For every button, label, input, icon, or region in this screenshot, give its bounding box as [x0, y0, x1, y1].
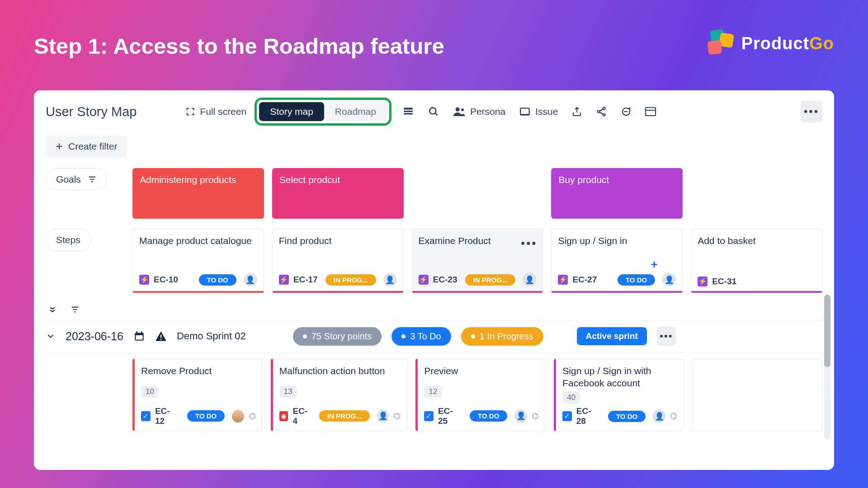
- collapse-bar: [34, 299, 834, 320]
- story-type-icon: ✓: [562, 411, 572, 421]
- brand-tiles-icon: [706, 30, 735, 57]
- goal-card[interactable]: Administering products: [132, 168, 264, 219]
- persona-icon: [453, 106, 466, 117]
- tab-story-map[interactable]: Story map: [259, 102, 324, 121]
- step-title: Sign up / Sign in: [558, 235, 676, 246]
- plus-icon: [55, 142, 64, 151]
- story-type-icon: ✓: [141, 411, 151, 421]
- story-points: 40: [562, 392, 580, 404]
- sprint-header: 2023-06-16 Demo Sprint 02 75 Story point…: [34, 320, 834, 352]
- filter-icon[interactable]: [88, 176, 96, 183]
- goal-title: Buy product: [558, 174, 609, 185]
- sprint-name: Demo Sprint 02: [177, 330, 246, 342]
- story-card[interactable]: Remove Product 10 ✓ EC-12 TO DO ⌬: [132, 359, 263, 431]
- story-card[interactable]: Sign up / Sign in with Facebook account …: [554, 359, 684, 431]
- vertical-scrollbar[interactable]: [824, 295, 830, 439]
- fullscreen-icon: [185, 107, 195, 117]
- steps-lane-label[interactable]: Steps: [46, 229, 91, 251]
- step-card[interactable]: Add to basket ⚡ EC-31: [691, 229, 822, 293]
- goals-lane: Goals Administering products Select prod…: [46, 168, 822, 219]
- step-title: Manage product catalogue: [139, 235, 257, 246]
- persona-button[interactable]: Persona: [453, 106, 505, 117]
- assignee-icon[interactable]: 👤: [523, 273, 536, 286]
- add-step-icon[interactable]: +: [651, 258, 658, 272]
- subtasks-icon[interactable]: ⌬: [670, 411, 677, 421]
- story-card[interactable]: Preview 12 ✓ EC-25 TO DO 👤 ⌬: [415, 359, 546, 431]
- goal-title: Administering products: [140, 174, 236, 185]
- lanes-icon[interactable]: [402, 106, 414, 117]
- step-title: Add to basket: [698, 235, 816, 246]
- issue-key: EC-25: [438, 406, 461, 426]
- story-type-icon: ✓: [424, 411, 434, 421]
- status-pill: TO DO: [470, 410, 507, 422]
- inprogress-chip: 1 In Progress: [461, 327, 543, 346]
- sprint-body: Remove Product 10 ✓ EC-12 TO DO ⌬ Malfun…: [34, 352, 834, 437]
- goal-card[interactable]: Select prodcut: [272, 168, 404, 219]
- assignee-icon[interactable]: 👤: [244, 273, 257, 286]
- assignee-avatar[interactable]: [232, 410, 244, 422]
- assignee-icon[interactable]: 👤: [377, 409, 389, 423]
- step-card[interactable]: ••• Examine Product ⚡ EC-23 IN PROG... 👤: [412, 229, 543, 293]
- app-window: User Story Map Full screen Story map Roa…: [34, 90, 834, 470]
- story-points-chip: 75 Story points: [293, 327, 382, 346]
- create-filter-label: Create filter: [68, 141, 118, 152]
- epic-icon: ⚡: [419, 275, 429, 285]
- story-card[interactable]: Malfunction action button 13 ◉ EC-4 IN P…: [271, 359, 408, 431]
- assignee-icon[interactable]: 👤: [653, 409, 665, 423]
- chevron-down-icon[interactable]: [46, 331, 56, 341]
- goals-lane-label[interactable]: Goals: [46, 168, 107, 191]
- status-pill: TO DO: [608, 411, 646, 422]
- status-pill: IN PROG...: [465, 274, 516, 286]
- story-points: 10: [141, 386, 159, 398]
- svg-rect-2: [404, 113, 413, 114]
- issue-button[interactable]: Issue: [519, 106, 558, 117]
- sprint-more-button[interactable]: •••: [657, 327, 676, 346]
- calendar-icon[interactable]: [133, 330, 145, 342]
- expand-all-icon[interactable]: [46, 303, 59, 316]
- issue-key: EC-31: [712, 277, 736, 286]
- assignee-icon[interactable]: 👤: [514, 409, 527, 423]
- story-title: Malfunction action button: [279, 365, 401, 377]
- filter-icon[interactable]: [68, 303, 82, 316]
- empty-story-slot[interactable]: [692, 359, 822, 431]
- story-points: 12: [424, 386, 442, 398]
- tab-roadmap[interactable]: Roadmap: [324, 102, 387, 121]
- fullscreen-label: Full screen: [200, 106, 246, 117]
- export-icon[interactable]: [571, 106, 582, 117]
- subtasks-icon[interactable]: ⌬: [532, 411, 539, 421]
- steps-lane: Steps Manage product catalogue ⚡ EC-10 T…: [46, 229, 822, 293]
- status-pill: IN PROG...: [326, 274, 376, 286]
- card-icon[interactable]: [645, 107, 656, 117]
- issue-key: EC-27: [572, 275, 597, 285]
- assignee-icon[interactable]: 👤: [662, 273, 676, 286]
- svg-rect-1: [404, 111, 413, 112]
- search-icon[interactable]: [428, 106, 439, 117]
- comment-icon[interactable]: [620, 106, 631, 117]
- step-card[interactable]: Find product ⚡ EC-17 IN PROG... 👤: [272, 229, 404, 293]
- active-sprint-button[interactable]: Active sprint: [577, 327, 647, 345]
- goals-lane-text: Goals: [56, 174, 81, 185]
- bug-type-icon: ◉: [279, 411, 288, 421]
- status-pill: TO DO: [199, 274, 236, 286]
- page-title: User Story Map: [46, 104, 137, 119]
- svg-rect-10: [646, 108, 656, 116]
- create-filter-button[interactable]: Create filter: [46, 136, 127, 157]
- epic-icon: ⚡: [139, 275, 149, 285]
- story-title: Preview: [424, 365, 539, 377]
- more-menu-button[interactable]: •••: [801, 101, 822, 122]
- subtasks-icon[interactable]: ⌬: [249, 411, 256, 421]
- issue-key: EC-4: [292, 406, 310, 426]
- step-card[interactable]: Manage product catalogue ⚡ EC-10 TO DO 👤: [132, 229, 264, 293]
- share-icon[interactable]: [596, 106, 607, 117]
- step-card[interactable]: Sign up / Sign in ⚡ EC-27 TO DO 👤: [551, 229, 683, 293]
- warning-icon[interactable]: [155, 330, 167, 342]
- goal-card[interactable]: Buy product: [551, 168, 683, 219]
- card-more-icon[interactable]: •••: [521, 236, 537, 250]
- issue-key: EC-10: [154, 275, 178, 285]
- epic-icon: ⚡: [698, 277, 708, 286]
- subtasks-icon[interactable]: ⌬: [393, 411, 401, 421]
- fullscreen-button[interactable]: Full screen: [185, 106, 246, 117]
- view-switch-highlight: Story map Roadmap: [255, 98, 392, 126]
- brand-logo: ProductGo: [706, 30, 834, 57]
- assignee-icon[interactable]: 👤: [383, 273, 397, 286]
